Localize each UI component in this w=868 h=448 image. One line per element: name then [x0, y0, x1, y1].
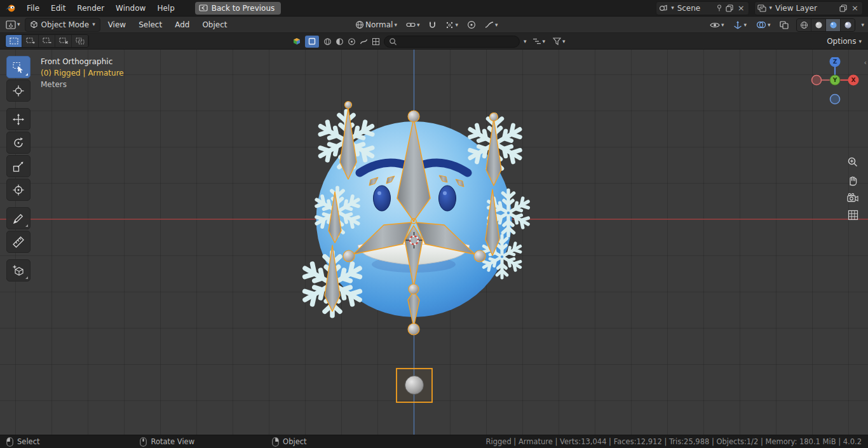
solid-sphere-icon [815, 21, 823, 29]
tool-rotate[interactable] [6, 132, 31, 154]
tool-move[interactable] [6, 108, 31, 130]
navigation-gizmo[interactable]: Z X Y [811, 57, 859, 111]
select-mode-new[interactable] [6, 35, 22, 47]
filter-mesh-toggle[interactable] [305, 36, 320, 48]
snap-target-dropdown[interactable]: ▾ [404, 20, 422, 30]
wireframe-sphere-icon [800, 21, 808, 29]
remove-view-layer-icon[interactable]: × [850, 4, 860, 12]
shading-solid-button[interactable] [811, 19, 826, 31]
chevron-down-icon: ▾ [394, 22, 397, 28]
menu-edit[interactable]: Edit [46, 2, 71, 15]
chevron-down-icon: ▾ [455, 22, 458, 28]
gizmo-icon [733, 20, 742, 29]
view-layer-selector[interactable]: ▾ View Layer × [754, 1, 863, 15]
scene-selector[interactable]: ▾ Scene × [656, 1, 749, 15]
filter-halfsphere-icon[interactable] [336, 37, 344, 46]
chevron-down-icon: ▾ [671, 5, 674, 11]
tool-scale[interactable] [6, 155, 31, 177]
menu-file[interactable]: File [22, 2, 44, 15]
scene-browse-icon[interactable] [659, 4, 668, 12]
tool-measure[interactable] [6, 231, 31, 253]
pan-hand-icon[interactable] [847, 175, 858, 186]
shading-rendered-button[interactable] [841, 19, 855, 31]
magnet-icon [428, 21, 437, 29]
hint-select: Select [6, 437, 39, 447]
search-icon [389, 37, 397, 46]
snap-toggle[interactable] [426, 20, 438, 31]
menu-object[interactable]: Object [197, 18, 232, 31]
tool-add-cube[interactable] [6, 259, 31, 282]
search-input[interactable] [400, 37, 515, 46]
filter-curve-icon[interactable] [360, 37, 368, 46]
new-view-layer-icon[interactable] [839, 4, 847, 12]
tool-transform[interactable] [6, 179, 31, 201]
filter-funnel-dropdown[interactable]: ▾ [551, 36, 567, 46]
object-mode-icon [30, 20, 38, 29]
tool-cursor[interactable] [6, 79, 31, 102]
search-options-chevron[interactable]: ▾ [524, 39, 527, 44]
viewport-canvas[interactable] [0, 50, 868, 435]
tree-list-icon [532, 37, 541, 45]
tool-annotate[interactable] [6, 207, 31, 229]
filter-sphere-icon[interactable] [323, 37, 332, 46]
mode-dropdown[interactable]: Object Mode ▾ [25, 18, 100, 32]
unlink-scene-icon[interactable]: × [736, 4, 746, 12]
xray-icon [780, 21, 789, 29]
snap-settings-dropdown[interactable]: ▾ [444, 20, 460, 31]
select-mode-group [5, 34, 89, 48]
view-layer-name[interactable]: View Layer [775, 4, 836, 13]
scene-name[interactable]: Scene [677, 4, 713, 13]
menu-view[interactable]: View [103, 18, 131, 31]
select-mode-intersect[interactable] [72, 35, 88, 47]
editor-type-button[interactable]: ▾ [4, 19, 22, 31]
scene-units: Meters [41, 79, 124, 90]
search-field[interactable] [384, 36, 520, 48]
viewport-info-overlay: Front Orthographic (0) Rigged | Armature… [41, 56, 124, 90]
filter-type-dropdown[interactable]: ▾ [531, 36, 548, 46]
viewport-3d[interactable]: Front Orthographic (0) Rigged | Armature… [0, 50, 868, 435]
sidebar-toggle-arrow[interactable]: ‹ [864, 58, 867, 67]
bone [408, 291, 419, 327]
blender-logo-icon[interactable] [5, 4, 17, 13]
pin-icon[interactable] [716, 4, 722, 11]
show-overlays-toggle[interactable]: ▾ [754, 20, 773, 30]
header-center-controls: Normal ▾ ▾ ▾ ▾ [353, 18, 500, 32]
camera-view-icon[interactable] [847, 193, 858, 203]
perspective-toggle-icon[interactable] [848, 210, 858, 221]
menu-add[interactable]: Add [170, 18, 194, 31]
select-mode-invert[interactable] [55, 35, 72, 47]
tool-select-box[interactable] [6, 56, 31, 78]
filter-grid-icon[interactable] [372, 37, 380, 46]
options-dropdown[interactable]: Options ▾ [827, 35, 862, 48]
root-bone-widget[interactable] [397, 369, 432, 402]
funnel-icon [553, 37, 561, 45]
scene-collection-icon[interactable] [292, 37, 301, 46]
overlays-icon [756, 21, 766, 29]
toolbar [6, 56, 31, 282]
gizmo-axis-z-neg[interactable] [831, 95, 840, 104]
filter-dot-sphere-icon[interactable] [348, 37, 356, 46]
shading-material-button[interactable] [826, 19, 841, 31]
proportional-editing-toggle[interactable] [465, 19, 478, 31]
select-mode-subtract[interactable] [39, 35, 55, 47]
gizmo-axis-x-neg[interactable] [812, 76, 822, 85]
show-gizmo-toggle[interactable]: ▾ [731, 19, 749, 31]
xray-toggle[interactable] [778, 20, 790, 31]
topbar: File Edit Render Window Help Back to Pre… [0, 0, 868, 17]
zoom-icon[interactable] [847, 156, 858, 168]
menu-render[interactable]: Render [72, 2, 109, 15]
proportional-falloff-dropdown[interactable]: ▾ [483, 20, 500, 30]
shading-wireframe-button[interactable] [797, 19, 811, 31]
transform-orientation-dropdown[interactable]: Normal ▾ [353, 19, 399, 31]
menu-window[interactable]: Window [111, 2, 151, 15]
back-to-previous-button[interactable]: Back to Previous [195, 2, 281, 15]
new-scene-icon[interactable] [726, 4, 733, 12]
object-visibility-dropdown[interactable]: ▾ [708, 20, 726, 30]
select-mode-extend[interactable] [22, 35, 39, 47]
menu-select[interactable]: Select [133, 18, 167, 31]
chevron-down-icon: ▾ [768, 22, 771, 28]
menu-help[interactable]: Help [152, 2, 179, 15]
active-object-info: (0) Rigged | Armature [41, 67, 124, 79]
shading-dropdown-chevron[interactable]: ▾ [861, 22, 864, 28]
view-layer-icon[interactable] [757, 4, 766, 12]
